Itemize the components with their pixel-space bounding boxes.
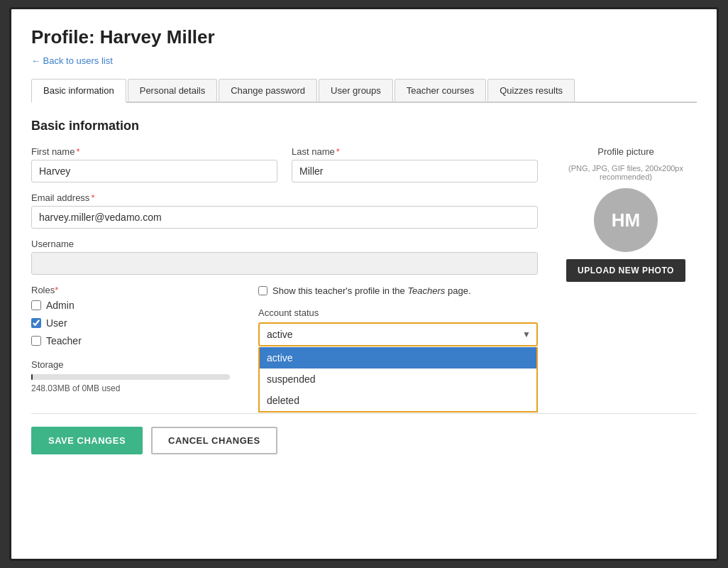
roles-section: Roles* Admin User	[31, 285, 230, 349]
profile-picture-label: Profile picture	[597, 146, 653, 157]
role-admin-checkbox[interactable]	[31, 300, 41, 310]
email-group: Email address*	[31, 192, 538, 229]
option-suspended[interactable]: suspended	[260, 368, 536, 390]
tab-user-groups[interactable]: User groups	[319, 79, 393, 102]
option-deleted[interactable]: deleted	[260, 390, 536, 411]
storage-bar	[31, 374, 33, 380]
bottom-buttons: SAVE CHANGES CANCEL CHANGES	[31, 427, 697, 454]
account-status-label: Account status	[258, 307, 538, 318]
tab-personal-details[interactable]: Personal details	[128, 79, 218, 102]
account-status-section: Account status active suspended deleted …	[258, 307, 538, 346]
form-area: First name* Last name* Email address*	[31, 146, 697, 393]
storage-section: Storage 248.03MB of 0MB used	[31, 359, 230, 393]
option-active[interactable]: active	[260, 347, 536, 368]
roles-checkbox-group: Admin User Teacher	[31, 300, 230, 349]
section-title: Basic information	[31, 119, 697, 133]
upload-photo-button[interactable]: UPLOAD NEW PHOTO	[566, 259, 685, 282]
first-name-group: First name*	[31, 146, 277, 182]
form-main: First name* Last name* Email address*	[31, 146, 538, 393]
role-user-checkbox[interactable]	[31, 318, 41, 328]
last-name-input[interactable]	[292, 160, 538, 182]
show-teacher-checkbox[interactable]	[258, 286, 268, 295]
email-input[interactable]	[31, 206, 538, 229]
tab-change-password[interactable]: Change password	[219, 79, 317, 102]
email-label: Email address*	[31, 192, 538, 203]
save-changes-button[interactable]: SAVE CHANGES	[31, 427, 143, 454]
username-input[interactable]	[31, 252, 538, 275]
tab-teacher-courses[interactable]: Teacher courses	[395, 79, 486, 102]
role-admin[interactable]: Admin	[31, 300, 230, 311]
last-name-label: Last name*	[292, 146, 538, 157]
show-teacher-text: Show this teacher's profile in the Teach…	[272, 285, 471, 297]
name-row: First name* Last name*	[31, 146, 538, 182]
back-to-users-link[interactable]: ← Back to users list	[31, 55, 113, 66]
main-window: Profile: Harvey Miller ← Back to users l…	[9, 7, 719, 561]
username-label: Username	[31, 239, 538, 249]
profile-picture-area: Profile picture (PNG, JPG, GIF files, 20…	[555, 146, 697, 393]
show-teacher-row: Show this teacher's profile in the Teach…	[258, 285, 538, 297]
tabs-bar: Basic information Personal details Chang…	[31, 79, 697, 103]
tab-quizzes-results[interactable]: Quizzes results	[487, 79, 575, 102]
storage-bar-container	[31, 374, 230, 380]
avatar: HM	[594, 188, 658, 252]
role-teacher-checkbox[interactable]	[31, 336, 41, 346]
email-row: Email address*	[31, 192, 538, 229]
tab-basic-information[interactable]: Basic information	[31, 79, 126, 103]
last-name-group: Last name*	[292, 146, 538, 182]
role-teacher[interactable]: Teacher	[31, 335, 230, 346]
account-status-select-wrapper: active suspended deleted ▼ active suspen…	[258, 322, 538, 346]
role-user[interactable]: User	[31, 317, 230, 329]
account-status-dropdown: active suspended deleted	[258, 347, 538, 413]
first-name-input[interactable]	[31, 160, 277, 182]
cancel-changes-button[interactable]: CANCEL CHANGES	[151, 427, 277, 454]
divider	[31, 413, 697, 414]
username-group: Username	[31, 239, 538, 275]
account-status-select[interactable]: active suspended deleted	[258, 322, 538, 346]
first-name-label: First name*	[31, 146, 277, 157]
storage-text: 248.03MB of 0MB used	[31, 383, 230, 393]
page-title: Profile: Harvey Miller	[31, 26, 697, 48]
profile-picture-hint: (PNG, JPG, GIF files, 200x200px recommen…	[555, 164, 697, 181]
username-row: Username	[31, 239, 538, 275]
roles-label: Roles*	[31, 285, 230, 295]
storage-label: Storage	[31, 359, 230, 370]
